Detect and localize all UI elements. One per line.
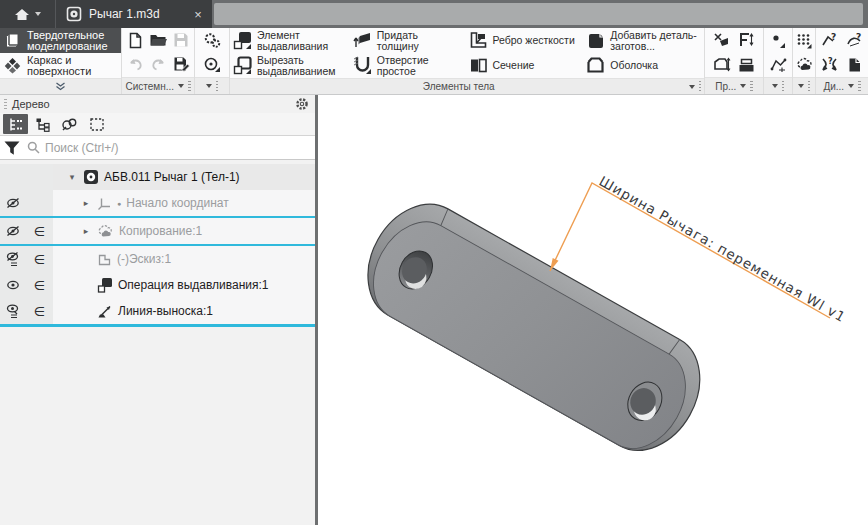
modes-expand-strip[interactable] [0,78,121,94]
surface-info-button[interactable] [843,53,866,77]
polyline-button[interactable] [767,53,790,77]
parametrization-strip[interactable] [195,77,229,94]
sketch-icon [97,252,112,267]
membership-icon[interactable]: ∈ [26,224,53,239]
expand-right-icon[interactable]: ▸ [80,226,92,236]
tree-relations-view-button[interactable] [57,114,82,134]
tree-structure-view-button[interactable] [3,114,28,134]
expand-down-icon[interactable]: ▾ [66,172,78,182]
tree-panel: Дерево [0,95,318,525]
point-button[interactable] [767,29,790,53]
add-stock-part-button[interactable]: Добавить деталь-заготов... [583,28,704,53]
undo-button[interactable] [124,52,147,76]
extrude-icon [233,31,252,50]
leader-line-icon [97,304,113,319]
section-button[interactable]: Сечение [466,53,584,78]
origin-bullet-icon: ● [117,200,121,207]
visibility-hidden-icon[interactable] [0,196,26,210]
redo-button[interactable] [147,52,170,76]
hole-icon [353,56,372,75]
cut-extrude-button[interactable]: Вырезать выдавливанием [230,53,350,78]
tab-title: Рычаг 1.m3d [89,7,183,21]
tree-item-root-part[interactable]: ▾ АБВ.011 Рычаг 1 (Тел-1) [0,164,315,190]
titlebar: Рычаг 1.m3d × [0,0,868,28]
membership-icon[interactable]: ∈ [26,278,53,293]
tree-selection-filter-button[interactable] [84,114,109,134]
pattern-grid-button[interactable] [793,29,816,53]
filter-funnel-icon[interactable] [0,140,24,156]
tree-empty-area [0,327,315,525]
tree-view-toolbar [0,113,315,135]
origin-axes-icon [97,196,112,211]
open-folder-icon [149,32,167,48]
stiffener-rib-button[interactable]: Ребро жесткости [466,28,584,53]
feature-pattern-button[interactable] [735,29,758,53]
tree-item-extrude-operation[interactable]: ∈ Операция выдавливания:1 [0,272,315,298]
variables-button[interactable] [201,29,224,53]
part-lever[interactable] [348,186,720,468]
arrays-strip[interactable] [793,77,815,94]
grid-dots-icon [796,33,812,49]
visibility-hidden-marked-icon[interactable] [0,251,26,267]
box-dimension-button[interactable] [710,53,733,77]
search-input[interactable] [41,141,315,155]
extrude-element-button[interactable]: Элемент выдавливания [230,28,350,53]
solid-cube-icon [4,32,21,49]
mode-solid-modeling[interactable]: Твердотельное моделирование [0,28,121,53]
kompas-3d-window: Рычаг 1.m3d × Твердотельное моделировани… [0,0,868,525]
shell-button[interactable]: Оболочка [583,53,704,78]
panel-drag-handle[interactable] [4,99,7,109]
body-elements-label: Элементы тела [233,81,685,92]
viewport-3d[interactable]: Ширина Рычага: переменная Wl v1 [318,95,868,525]
membership-icon[interactable]: ∈ [26,252,53,267]
check-curvature-button[interactable]: ? [843,29,866,53]
new-document-button[interactable] [124,28,147,52]
check-sketch-button[interactable]: ? [818,29,841,53]
tree-item-sketch[interactable]: ∈ (-)Эскиз:1 [0,246,315,272]
curves-strip[interactable] [764,77,792,94]
visibility-visible-marked-icon[interactable] [0,303,26,319]
tab-close-icon[interactable]: × [190,7,206,22]
panel-settings-gear-icon[interactable] [295,97,309,111]
thicken-button[interactable]: Придать толщину [350,28,466,53]
svg-text:?: ? [856,32,861,42]
tree-item-label: Операция выдавливания:1 [118,278,269,292]
tree-item-copy[interactable]: ∈ ▸ Копирование:1 [0,218,315,244]
tree-panel-title: Дерево [12,98,290,110]
svg-text:?: ? [831,32,836,42]
diagnostics-strip[interactable]: Ди... [816,77,868,94]
box-dim-icon [713,56,731,73]
tree-hierarchy-view-button[interactable] [30,114,55,134]
mode-wireframe-surfaces[interactable]: Каркас и поверхности [0,53,121,78]
cloud-copy-icon [796,57,813,72]
open-document-button[interactable] [147,28,170,52]
system-toolset-strip[interactable]: Системн... [122,77,194,94]
stock-part-icon [586,31,605,50]
mode-switch-group: Твердотельное моделирование Каркас и пов… [0,28,122,94]
tree-item-origin[interactable]: ▸ ● Начало координат [0,190,315,216]
visibility-hidden-icon[interactable] [0,224,26,238]
simple-hole-button[interactable]: Отверстие простое [350,53,466,78]
membership-icon[interactable]: ∈ [26,304,53,319]
parts-library-button[interactable] [735,53,758,77]
tree-item-leader-line[interactable]: ∈ Линия-выноска:1 [0,298,315,324]
redo-icon [150,57,167,72]
rotation-axis-button[interactable] [201,53,224,77]
home-menu-button[interactable] [0,0,56,28]
pr-strip[interactable]: Пр... [705,77,763,94]
check-intersections-button[interactable]: ? [818,53,841,77]
fastener-point-button[interactable] [710,29,733,53]
copy-operation-icon [97,224,114,239]
save-button[interactable] [170,28,193,52]
group-pr: Пр... [705,28,764,94]
document-tab[interactable]: Рычаг 1.m3d × [56,0,212,28]
copy-sketch-button[interactable] [793,53,816,77]
fastener-icon [713,32,730,49]
page-icon [847,57,862,73]
body-elements-strip[interactable]: Элементы тела [230,78,704,94]
rib-icon [469,31,488,50]
save-as-button[interactable] [170,52,193,76]
visibility-visible-icon[interactable] [0,278,26,292]
expand-right-icon[interactable]: ▸ [80,198,92,208]
sketch-question-icon: ? [821,32,838,49]
